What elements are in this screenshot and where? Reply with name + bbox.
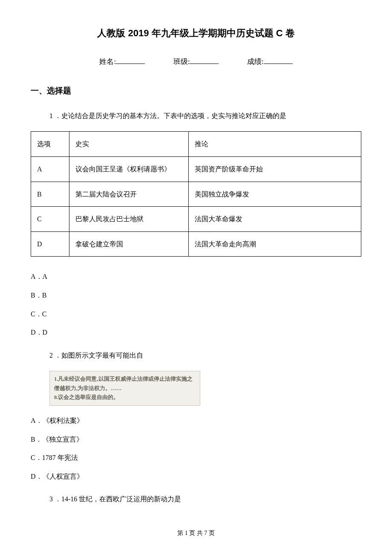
q1-option-b[interactable]: B．B [31,290,361,301]
class-blank[interactable] [190,57,219,64]
table-row: 选项 史实 推论 [31,132,361,157]
q1-fact: 第二届大陆会议召开 [69,182,189,207]
q1-header-opt: 选项 [31,132,69,157]
student-info-line: 姓名: 班级: 成绩: [31,56,361,67]
q1-opt: D [31,231,69,257]
q2-quote-line: 僭越权力,为非法权力。…… [54,384,196,393]
q1-infer: 法国大革命爆发 [189,207,361,232]
table-row: A 议会向国王呈递《权利请愿书》 英国资产阶级革命开始 [31,156,361,182]
q1-header-infer: 推论 [189,132,361,157]
q2-options: A．《权利法案》 B．《独立宣言》 C．1787 年宪法 D．《人权宣言》 [31,415,361,482]
q2-option-b[interactable]: B．《独立宣言》 [31,434,361,445]
q2-quote-line: 1.凡未经议会同意,以国王权威停止法律或停止法律实施之 [54,375,196,384]
q1-header-fact: 史实 [69,132,189,157]
table-row: D 拿破仑建立帝国 法国大革命走向高潮 [31,231,361,257]
q2-quote-line: 8.议会之选举应是自由的。 [54,393,196,402]
q1-option-a[interactable]: A．A [31,271,361,282]
q1-fact: 拿破仑建立帝国 [69,231,189,257]
table-row: C 巴黎人民攻占巴士地狱 法国大革命爆发 [31,207,361,232]
q1-option-c[interactable]: C．C [31,309,361,320]
q2-option-c[interactable]: C．1787 年宪法 [31,452,361,463]
q1-fact: 巴黎人民攻占巴士地狱 [69,207,189,232]
name-label: 姓名: [99,58,116,66]
q1-table: 选项 史实 推论 A 议会向国王呈递《权利请愿书》 英国资产阶级革命开始 B 第… [31,131,361,257]
q2-option-d[interactable]: D．《人权宣言》 [31,471,361,482]
q1-opt: B [31,182,69,207]
table-row: B 第二届大陆会议召开 美国独立战争爆发 [31,182,361,207]
q2-option-a[interactable]: A．《权利法案》 [31,415,361,426]
q1-infer: 英国资产阶级革命开始 [189,156,361,182]
score-blank[interactable] [264,57,293,64]
section-1-heading: 一、选择题 [31,84,361,97]
q1-fact: 议会向国王呈递《权利请愿书》 [69,156,189,182]
q1-infer: 法国大革命走向高潮 [189,231,361,257]
page-title: 人教版 2019 年九年级上学期期中历史试题 C 卷 [31,26,361,40]
q1-stem: 1 ．史论结合是历史学习的基本方法。下表中的选项，史实与推论对应正确的是 [49,110,361,121]
class-label: 班级: [173,58,190,66]
score-label: 成绩: [247,58,264,66]
q1-opt: C [31,207,69,232]
q3-stem: 3 ．14-16 世纪，在西欧广泛运用的新动力是 [49,494,361,505]
q2-quote-image: 1.凡未经议会同意,以国王权威停止法律或停止法律实施之 僭越权力,为非法权力。…… [49,371,200,406]
q1-opt: A [31,156,69,182]
q1-infer: 美国独立战争爆发 [189,182,361,207]
q1-option-d[interactable]: D．D [31,327,361,338]
name-blank[interactable] [116,57,145,64]
q1-options: A．A B．B C．C D．D [31,271,361,338]
q2-stem: 2 ．如图所示文字最有可能出自 [49,350,361,361]
page-footer: 第 1 页 共 7 页 [31,529,361,538]
